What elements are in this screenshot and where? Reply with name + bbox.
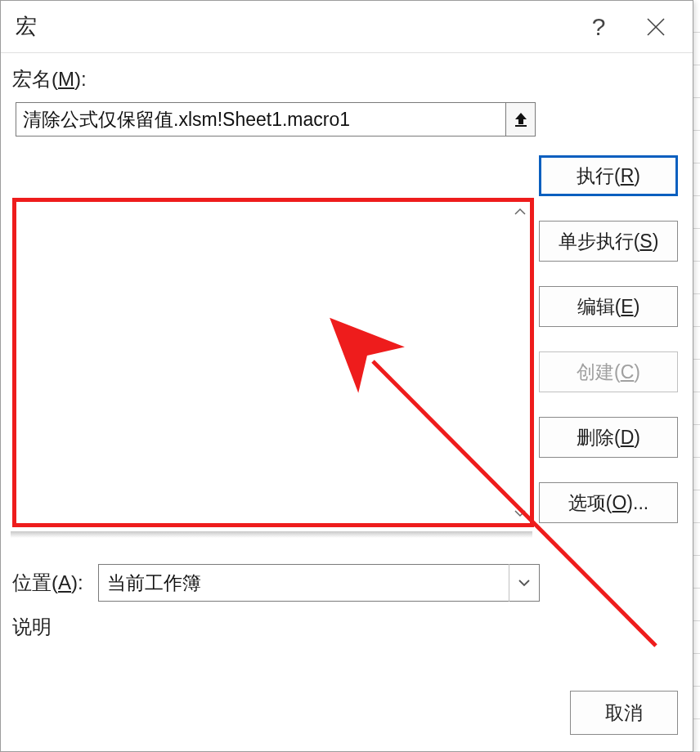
svg-marker-2 — [515, 113, 527, 124]
macro-name-input[interactable] — [16, 102, 506, 137]
close-icon — [645, 16, 666, 38]
macro-dialog: 宏 ? 宏名(M): — [0, 0, 693, 752]
location-label: 位置(A): — [12, 570, 83, 596]
create-button: 创建(C) — [539, 351, 678, 392]
dialog-title: 宏 — [16, 12, 37, 41]
options-button[interactable]: 选项(O)... — [539, 482, 678, 523]
close-button[interactable] — [627, 4, 684, 50]
macro-name-row — [16, 102, 678, 137]
macro-listbox[interactable] — [12, 198, 534, 527]
help-button[interactable]: ? — [570, 4, 627, 50]
location-select-wrap: 当前工作簿 — [98, 564, 540, 602]
titlebar: 宏 ? — [1, 1, 693, 53]
action-sidebar: 执行(R) 单步执行(S) 编辑(E) 创建(C) 删除(D) 选项(O)... — [539, 155, 678, 523]
listbox-shadow — [11, 531, 532, 538]
collapse-dialog-button[interactable] — [506, 102, 536, 137]
description-label: 说明 — [12, 614, 52, 640]
scroll-down-icon[interactable] — [512, 505, 528, 521]
step-into-button[interactable]: 单步执行(S) — [539, 221, 678, 262]
macro-name-label: 宏名(M): — [12, 66, 678, 92]
arrow-up-icon — [514, 111, 528, 128]
dialog-body: 宏名(M): 执行(R) 单步执行( — [1, 53, 693, 752]
delete-button[interactable]: 删除(D) — [539, 417, 678, 458]
location-select[interactable]: 当前工作簿 — [98, 564, 540, 602]
cancel-wrap: 取消 — [570, 691, 678, 735]
location-row: 位置(A): 当前工作簿 — [12, 564, 540, 602]
edit-button[interactable]: 编辑(E) — [539, 286, 678, 327]
svg-rect-3 — [515, 125, 527, 127]
cancel-button[interactable]: 取消 — [570, 691, 678, 735]
run-button[interactable]: 执行(R) — [539, 155, 678, 196]
scroll-up-icon[interactable] — [512, 204, 528, 220]
